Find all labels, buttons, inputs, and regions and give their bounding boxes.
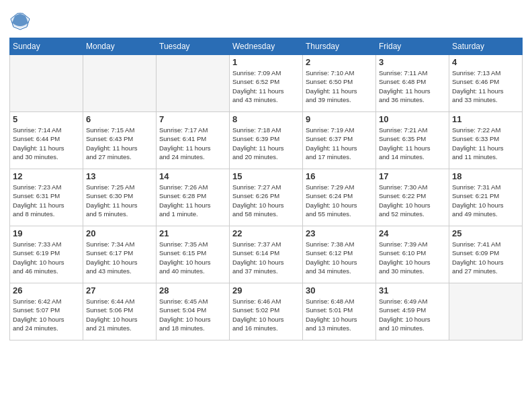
calendar-cell: 14Sunrise: 7:26 AM Sunset: 6:28 PM Dayli… xyxy=(157,169,230,226)
day-info: Sunrise: 7:21 AM Sunset: 6:35 PM Dayligh… xyxy=(379,126,446,161)
calendar-cell: 16Sunrise: 7:29 AM Sunset: 6:24 PM Dayli… xyxy=(303,169,376,226)
calendar-cell: 21Sunrise: 7:35 AM Sunset: 6:15 PM Dayli… xyxy=(157,226,230,283)
day-number: 8 xyxy=(232,114,300,124)
calendar-cell: 23Sunrise: 7:38 AM Sunset: 6:12 PM Dayli… xyxy=(303,226,376,283)
weekday-header-row: SundayMondayTuesdayWednesdayThursdayFrid… xyxy=(10,38,523,55)
day-number: 1 xyxy=(232,57,300,67)
calendar-cell: 30Sunrise: 6:48 AM Sunset: 5:01 PM Dayli… xyxy=(303,283,376,340)
calendar-cell: 18Sunrise: 7:31 AM Sunset: 6:21 PM Dayli… xyxy=(449,169,523,226)
calendar-cell: 29Sunrise: 6:46 AM Sunset: 5:02 PM Dayli… xyxy=(230,283,303,340)
calendar-cell: 15Sunrise: 7:27 AM Sunset: 6:26 PM Dayli… xyxy=(230,169,303,226)
day-info: Sunrise: 7:13 AM Sunset: 6:46 PM Dayligh… xyxy=(452,68,519,104)
day-info: Sunrise: 7:34 AM Sunset: 6:17 PM Dayligh… xyxy=(86,240,153,275)
calendar-cell: 20Sunrise: 7:34 AM Sunset: 6:17 PM Dayli… xyxy=(83,226,157,283)
day-info: Sunrise: 7:38 AM Sunset: 6:12 PM Dayligh… xyxy=(306,240,373,275)
week-row-0: 1Sunrise: 7:09 AM Sunset: 6:52 PM Daylig… xyxy=(10,55,523,112)
day-info: Sunrise: 6:42 AM Sunset: 5:07 PM Dayligh… xyxy=(13,297,80,332)
day-number: 19 xyxy=(13,228,80,238)
calendar-cell: 5Sunrise: 7:14 AM Sunset: 6:44 PM Daylig… xyxy=(10,112,83,169)
day-info: Sunrise: 7:26 AM Sunset: 6:28 PM Dayligh… xyxy=(159,183,226,218)
day-info: Sunrise: 7:37 AM Sunset: 6:14 PM Dayligh… xyxy=(232,240,300,275)
weekday-header-thursday: Thursday xyxy=(303,38,376,55)
week-row-1: 5Sunrise: 7:14 AM Sunset: 6:44 PM Daylig… xyxy=(10,112,523,169)
day-number: 31 xyxy=(379,285,446,295)
day-number: 14 xyxy=(159,171,226,181)
calendar-table: SundayMondayTuesdayWednesdayThursdayFrid… xyxy=(9,38,523,340)
day-number: 29 xyxy=(232,285,300,295)
calendar-cell: 12Sunrise: 7:23 AM Sunset: 6:31 PM Dayli… xyxy=(10,169,83,226)
day-number: 26 xyxy=(13,285,80,295)
day-number: 6 xyxy=(86,114,153,124)
day-info: Sunrise: 7:18 AM Sunset: 6:39 PM Dayligh… xyxy=(232,126,300,161)
calendar-cell: 6Sunrise: 7:15 AM Sunset: 6:43 PM Daylig… xyxy=(83,112,157,169)
day-number: 30 xyxy=(306,285,373,295)
weekday-header-saturday: Saturday xyxy=(449,38,523,55)
day-number: 13 xyxy=(86,171,153,181)
day-info: Sunrise: 6:46 AM Sunset: 5:02 PM Dayligh… xyxy=(232,297,300,332)
calendar-cell: 25Sunrise: 7:41 AM Sunset: 6:09 PM Dayli… xyxy=(449,226,523,283)
day-info: Sunrise: 7:10 AM Sunset: 6:50 PM Dayligh… xyxy=(306,68,373,104)
day-number: 24 xyxy=(379,228,446,238)
day-number: 12 xyxy=(13,171,80,181)
day-info: Sunrise: 7:25 AM Sunset: 6:30 PM Dayligh… xyxy=(86,183,153,218)
day-info: Sunrise: 7:41 AM Sunset: 6:09 PM Dayligh… xyxy=(452,240,519,275)
logo-icon xyxy=(9,9,31,31)
day-number: 25 xyxy=(452,228,519,238)
day-number: 16 xyxy=(306,171,373,181)
day-number: 28 xyxy=(159,285,226,295)
calendar-cell: 8Sunrise: 7:18 AM Sunset: 6:39 PM Daylig… xyxy=(230,112,303,169)
day-info: Sunrise: 6:48 AM Sunset: 5:01 PM Dayligh… xyxy=(306,297,373,332)
page-container: SundayMondayTuesdayWednesdayThursdayFrid… xyxy=(0,0,532,411)
calendar-cell: 19Sunrise: 7:33 AM Sunset: 6:19 PM Dayli… xyxy=(10,226,83,283)
calendar-cell: 4Sunrise: 7:13 AM Sunset: 6:46 PM Daylig… xyxy=(449,55,523,112)
day-info: Sunrise: 7:11 AM Sunset: 6:48 PM Dayligh… xyxy=(379,68,446,104)
calendar-cell: 24Sunrise: 7:39 AM Sunset: 6:10 PM Dayli… xyxy=(376,226,449,283)
calendar-cell: 13Sunrise: 7:25 AM Sunset: 6:30 PM Dayli… xyxy=(83,169,157,226)
day-number: 15 xyxy=(232,171,300,181)
calendar-cell xyxy=(157,55,230,112)
day-info: Sunrise: 7:17 AM Sunset: 6:41 PM Dayligh… xyxy=(159,126,226,161)
day-number: 21 xyxy=(159,228,226,238)
day-number: 22 xyxy=(232,228,300,238)
logo xyxy=(9,9,32,34)
week-row-4: 26Sunrise: 6:42 AM Sunset: 5:07 PM Dayli… xyxy=(10,283,523,340)
weekday-header-friday: Friday xyxy=(376,38,449,55)
calendar-cell: 9Sunrise: 7:19 AM Sunset: 6:37 PM Daylig… xyxy=(303,112,376,169)
calendar-cell: 1Sunrise: 7:09 AM Sunset: 6:52 PM Daylig… xyxy=(230,55,303,112)
day-number: 10 xyxy=(379,114,446,124)
day-info: Sunrise: 6:49 AM Sunset: 4:59 PM Dayligh… xyxy=(379,297,446,332)
day-number: 3 xyxy=(379,57,446,67)
day-number: 7 xyxy=(159,114,226,124)
day-number: 4 xyxy=(452,57,519,67)
day-number: 2 xyxy=(306,57,373,67)
day-info: Sunrise: 7:39 AM Sunset: 6:10 PM Dayligh… xyxy=(379,240,446,275)
day-info: Sunrise: 6:45 AM Sunset: 5:04 PM Dayligh… xyxy=(159,297,226,332)
day-info: Sunrise: 7:35 AM Sunset: 6:15 PM Dayligh… xyxy=(159,240,226,275)
calendar-cell: 26Sunrise: 6:42 AM Sunset: 5:07 PM Dayli… xyxy=(10,283,83,340)
week-row-2: 12Sunrise: 7:23 AM Sunset: 6:31 PM Dayli… xyxy=(10,169,523,226)
day-info: Sunrise: 7:09 AM Sunset: 6:52 PM Dayligh… xyxy=(232,68,300,104)
day-number: 18 xyxy=(452,171,519,181)
calendar-cell: 11Sunrise: 7:22 AM Sunset: 6:33 PM Dayli… xyxy=(449,112,523,169)
day-info: Sunrise: 7:19 AM Sunset: 6:37 PM Dayligh… xyxy=(306,126,373,161)
weekday-header-wednesday: Wednesday xyxy=(230,38,303,55)
weekday-header-sunday: Sunday xyxy=(10,38,83,55)
day-info: Sunrise: 7:23 AM Sunset: 6:31 PM Dayligh… xyxy=(13,183,80,218)
day-info: Sunrise: 6:44 AM Sunset: 5:06 PM Dayligh… xyxy=(86,297,153,332)
day-info: Sunrise: 7:31 AM Sunset: 6:21 PM Dayligh… xyxy=(452,183,519,218)
calendar-cell: 7Sunrise: 7:17 AM Sunset: 6:41 PM Daylig… xyxy=(157,112,230,169)
day-info: Sunrise: 7:15 AM Sunset: 6:43 PM Dayligh… xyxy=(86,126,153,161)
weekday-header-tuesday: Tuesday xyxy=(157,38,230,55)
calendar-cell: 22Sunrise: 7:37 AM Sunset: 6:14 PM Dayli… xyxy=(230,226,303,283)
weekday-header-monday: Monday xyxy=(83,38,157,55)
day-number: 5 xyxy=(13,114,80,124)
header xyxy=(9,7,523,34)
calendar-cell xyxy=(10,55,83,112)
calendar-cell: 2Sunrise: 7:10 AM Sunset: 6:50 PM Daylig… xyxy=(303,55,376,112)
day-info: Sunrise: 7:29 AM Sunset: 6:24 PM Dayligh… xyxy=(306,183,373,218)
day-info: Sunrise: 7:30 AM Sunset: 6:22 PM Dayligh… xyxy=(379,183,446,218)
calendar-cell: 31Sunrise: 6:49 AM Sunset: 4:59 PM Dayli… xyxy=(376,283,449,340)
day-number: 23 xyxy=(306,228,373,238)
calendar-cell: 10Sunrise: 7:21 AM Sunset: 6:35 PM Dayli… xyxy=(376,112,449,169)
day-number: 9 xyxy=(306,114,373,124)
